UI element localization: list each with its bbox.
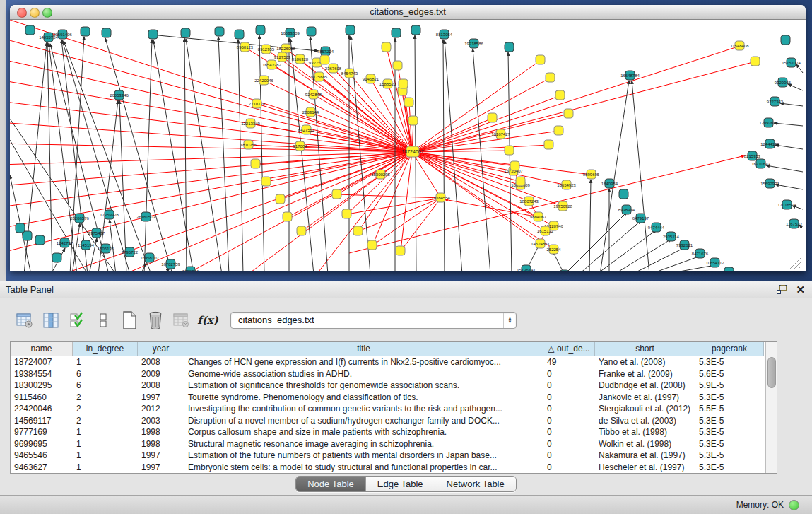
network-node[interactable] (297, 226, 306, 235)
network-node[interactable] (283, 212, 292, 221)
network-node[interactable] (181, 28, 190, 37)
table-row[interactable]: 2242004622012Investigating the contribut… (11, 403, 765, 415)
cell-title[interactable]: Tourette syndrome. Phenomenology and cla… (184, 392, 543, 404)
cell-pagerank[interactable]: 5.3E-5 (695, 438, 764, 450)
tab-edge-table[interactable]: Edge Table (366, 477, 435, 491)
network-node[interactable] (393, 61, 402, 70)
network-node[interactable] (546, 73, 555, 82)
cell-short[interactable]: Yano et al. (2008) (595, 356, 695, 368)
cell-in_degree[interactable]: 1 (73, 438, 138, 450)
cell-name[interactable]: 19384554 (11, 368, 73, 380)
network-node[interactable] (215, 27, 224, 36)
network-node[interactable] (81, 27, 90, 36)
network-node[interactable] (505, 42, 514, 52)
cell-out_degree[interactable]: 0 (543, 450, 595, 462)
network-node[interactable] (332, 189, 341, 199)
cell-out_degree[interactable]: 0 (543, 438, 595, 450)
network-node[interactable] (396, 246, 405, 255)
cell-pagerank[interactable]: 5.5E-5 (695, 403, 764, 415)
cell-name[interactable]: 18300295 (11, 380, 73, 392)
cell-in_degree[interactable]: 1 (73, 462, 138, 474)
network-node[interactable] (382, 42, 391, 52)
network-node[interactable] (342, 209, 351, 218)
cell-in_degree[interactable]: 2 (73, 403, 138, 415)
network-node[interactable] (751, 57, 760, 66)
delete-table-icon[interactable] (146, 311, 165, 329)
network-node[interactable] (536, 55, 545, 64)
table-row[interactable]: 946554611997Estimation of the future num… (11, 450, 765, 462)
tab-node-table[interactable]: Node Table (296, 477, 366, 491)
table-row[interactable]: 969969511998Structural magnetic resonanc… (11, 438, 765, 450)
cell-title[interactable]: Disruption of a novel member of a sodium… (184, 415, 543, 427)
cell-year[interactable]: 2003 (138, 415, 184, 427)
network-node[interactable] (307, 27, 316, 36)
scrollbar-thumb[interactable] (767, 357, 776, 388)
table-row[interactable]: 1456911722003Disruption of a novel membe… (11, 415, 765, 427)
cell-short[interactable]: Jankovic et al. (1997) (595, 392, 695, 404)
cell-out_degree[interactable]: 49 (543, 356, 595, 368)
cell-short[interactable]: Franke et al. (2009) (595, 368, 695, 380)
cell-year[interactable]: 2012 (138, 403, 184, 415)
table-settings-icon[interactable] (16, 311, 34, 329)
network-node[interactable] (505, 146, 514, 155)
column-header-title[interactable]: title (184, 342, 543, 356)
cell-year[interactable]: 2008 (138, 356, 184, 368)
cell-short[interactable]: Tibbo et al. (1998) (595, 426, 695, 438)
network-node[interactable] (25, 25, 35, 35)
cell-out_degree[interactable]: 0 (543, 368, 595, 380)
cell-short[interactable]: Wolkin et al. (1998) (595, 438, 695, 450)
table-row[interactable]: 946362711997Embryonic stem cells: a mode… (11, 462, 765, 474)
cell-year[interactable]: 2008 (138, 380, 184, 392)
cell-title[interactable]: Structural magnetic resonance image aver… (184, 438, 543, 450)
table-row[interactable]: 1830029562008Estimation of significance … (11, 380, 765, 392)
memory-ok-icon[interactable] (789, 500, 799, 510)
network-node[interactable] (346, 25, 355, 35)
table-row[interactable]: 911546021997Tourette syndrome. Phenomeno… (11, 392, 765, 404)
cell-name[interactable]: 9463627 (11, 462, 73, 474)
cell-name[interactable]: 9115460 (11, 392, 73, 404)
network-node[interactable] (353, 226, 363, 235)
cell-pagerank[interactable]: 5.3E-5 (695, 426, 764, 438)
cell-pagerank[interactable]: 5.9E-5 (695, 380, 764, 392)
cell-out_degree[interactable]: 0 (543, 415, 595, 427)
network-node[interactable] (251, 159, 260, 168)
column-select-icon[interactable] (42, 311, 60, 329)
cell-name[interactable]: 9465546 (11, 450, 73, 462)
table-select-dropdown[interactable]: citations_edges.txt ▲▼ (230, 312, 517, 329)
cell-name[interactable]: 9777169 (11, 426, 73, 438)
table-vertical-scrollbar[interactable] (765, 342, 777, 473)
network-node[interactable] (411, 25, 420, 35)
cell-in_degree[interactable]: 2 (73, 415, 138, 427)
table-row[interactable]: 977716911998Corpus callosum shape and si… (11, 426, 765, 438)
select-rows-icon[interactable] (68, 311, 86, 329)
network-node[interactable] (619, 189, 628, 199)
column-header-in_degree[interactable]: in_degree (73, 342, 138, 356)
cell-year[interactable]: 1998 (138, 426, 184, 438)
cell-name[interactable]: 18724007 (11, 356, 73, 368)
network-node[interactable] (408, 116, 418, 125)
cell-out_degree[interactable]: 0 (543, 462, 595, 474)
network-canvas[interactable]: 1405572420691406160338097857224881305419… (10, 20, 806, 271)
network-node[interactable] (781, 35, 790, 45)
network-node[interactable] (23, 231, 32, 240)
cell-pagerank[interactable]: 5.3E-5 (695, 415, 764, 427)
network-node[interactable] (16, 223, 25, 233)
network-node[interactable] (320, 55, 329, 64)
cell-short[interactable]: Hescheler et al. (1997) (595, 462, 695, 474)
network-node[interactable] (35, 235, 45, 245)
network-node[interactable] (554, 126, 563, 135)
cell-pagerank[interactable]: 5.6E-5 (695, 368, 764, 380)
new-table-icon[interactable] (120, 311, 139, 329)
cell-title[interactable]: Embryonic stem cells: a model to study s… (184, 462, 543, 474)
cell-in_degree[interactable]: 6 (73, 368, 138, 380)
network-node[interactable] (392, 28, 401, 37)
cell-pagerank[interactable]: 5.3E-5 (695, 450, 764, 462)
cell-year[interactable]: 1997 (138, 450, 184, 462)
network-node[interactable] (488, 113, 497, 122)
cell-in_degree[interactable]: 2 (73, 392, 138, 404)
cell-out_degree[interactable]: 0 (543, 392, 595, 404)
cell-short[interactable]: Nakamura et al. (1997) (595, 450, 695, 462)
column-header-year[interactable]: year (138, 342, 184, 356)
close-panel-icon[interactable]: ✕ (796, 281, 805, 298)
network-window-titlebar[interactable]: citations_edges.txt (10, 5, 806, 20)
